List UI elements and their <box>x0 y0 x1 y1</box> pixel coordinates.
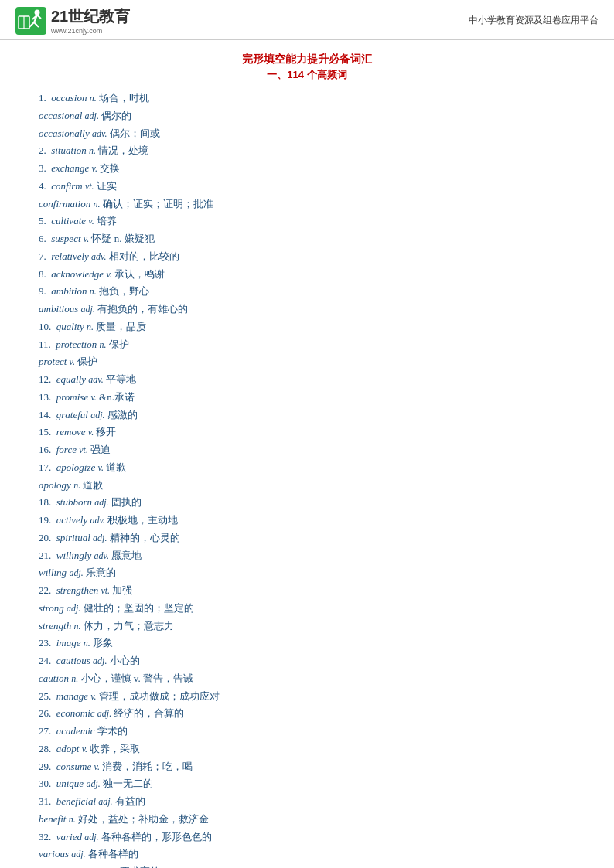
vocab-entry: 22. strengthen vt. 加强 <box>39 582 575 600</box>
vocab-list: 1. occasion n. 场合，时机occasional adj. 偶尔的o… <box>39 90 575 868</box>
vocab-entry: 5. cultivate v. 培养 <box>39 213 575 230</box>
vocab-entry: 18. stubborn adj. 固执的 <box>39 494 575 512</box>
vocab-entry: 27. academic 学术的 <box>39 723 575 740</box>
vocab-entry: occasional adj. 偶尔的 <box>39 107 575 125</box>
vocab-entry: 7. relatively adv. 相对的，比较的 <box>39 248 575 266</box>
vocab-entry: 32. varied adj. 各种各样的，形形色色的 <box>39 829 575 846</box>
svg-point-1 <box>35 9 40 15</box>
vocab-entry: 1. occasion n. 场合，时机 <box>39 90 575 107</box>
vocab-entry: 30. unique adj. 独一无二的 <box>39 775 575 793</box>
vocab-entry: 21. willingly adv. 愿意地 <box>39 547 575 565</box>
vocab-entry: 33. demanding adj. 要求高的 <box>39 863 575 868</box>
vocab-entry: 16. force vt. 强迫 <box>39 441 575 459</box>
vocab-entry: 2. situation n. 情况，处境 <box>39 142 575 160</box>
section-title: 一、114 个高频词 <box>39 68 575 82</box>
vocab-entry: 4. confirm vt. 证实 <box>39 178 575 196</box>
vocab-entry: confirmation n. 确认；证实；证明；批准 <box>39 196 575 213</box>
logo-url: www.21cnjy.com <box>51 27 130 35</box>
vocab-entry: 24. cautious adj. 小心的 <box>39 652 575 670</box>
vocab-entry: 17. apologize v. 道歉 <box>39 459 575 477</box>
vocab-entry: 11. protection n. 保护 <box>39 336 575 354</box>
header: 21世纪教育 www.21cnjy.com 中小学教育资源及组卷应用平台 <box>0 0 614 40</box>
vocab-entry: benefit n. 好处，益处；补助金，救济金 <box>39 811 575 829</box>
vocab-entry: 6. suspect v. 怀疑 n. 嫌疑犯 <box>39 230 575 248</box>
vocab-entry: 19. actively adv. 积极地，主动地 <box>39 512 575 529</box>
vocab-entry: 9. ambition n. 抱负，野心 <box>39 283 575 301</box>
logo-area: 21世纪教育 www.21cnjy.com <box>15 6 130 35</box>
vocab-entry: willing adj. 乐意的 <box>39 564 575 582</box>
vocab-entry: 14. grateful adj. 感激的 <box>39 407 575 424</box>
vocab-entry: 31. beneficial adj. 有益的 <box>39 793 575 811</box>
vocab-entry: 28. adopt v. 收养，采取 <box>39 740 575 758</box>
vocab-entry: 8. acknowledge v. 承认，鸣谢 <box>39 266 575 284</box>
vocab-entry: strong adj. 健壮的；坚固的；坚定的 <box>39 600 575 618</box>
vocab-entry: 20. spiritual adj. 精神的，心灵的 <box>39 529 575 547</box>
header-platform: 中小学教育资源及组卷应用平台 <box>469 14 599 27</box>
vocab-entry: protect v. 保护 <box>39 353 575 371</box>
svg-rect-0 <box>15 7 46 35</box>
vocab-entry: 23. image n. 形象 <box>39 635 575 652</box>
logo-text-area: 21世纪教育 www.21cnjy.com <box>51 6 130 35</box>
vocab-entry: various adj. 各种各样的 <box>39 846 575 863</box>
main-content: 完形填空能力提升必备词汇 一、114 个高频词 1. occasion n. 场… <box>0 40 614 868</box>
vocab-entry: caution n. 小心，谨慎 v. 警告，告诫 <box>39 670 575 688</box>
vocab-entry: 29. consume v. 消费，消耗；吃，喝 <box>39 758 575 776</box>
vocab-entry: 12. equally adv. 平等地 <box>39 371 575 389</box>
vocab-entry: strength n. 体力，力气；意志力 <box>39 618 575 635</box>
vocab-entry: ambitious adj. 有抱负的，有雄心的 <box>39 301 575 318</box>
logo-title: 21世纪教育 <box>51 6 130 27</box>
vocab-entry: 25. manage v. 管理，成功做成；成功应对 <box>39 688 575 706</box>
vocab-entry: 10. quality n. 质量，品质 <box>39 318 575 336</box>
vocab-entry: 3. exchange v. 交换 <box>39 160 575 178</box>
vocab-entry: 15. remove v. 移开 <box>39 424 575 441</box>
page-title: 完形填空能力提升必备词汇 <box>39 53 575 66</box>
logo-icon <box>15 7 46 35</box>
page: 21世纪教育 www.21cnjy.com 中小学教育资源及组卷应用平台 完形填… <box>0 0 614 868</box>
vocab-entry: apology n. 道歉 <box>39 477 575 495</box>
vocab-entry: 13. promise v. &n.承诺 <box>39 389 575 407</box>
vocab-entry: occasionally adv. 偶尔；间或 <box>39 125 575 143</box>
vocab-entry: 26. economic adj. 经济的，合算的 <box>39 705 575 723</box>
